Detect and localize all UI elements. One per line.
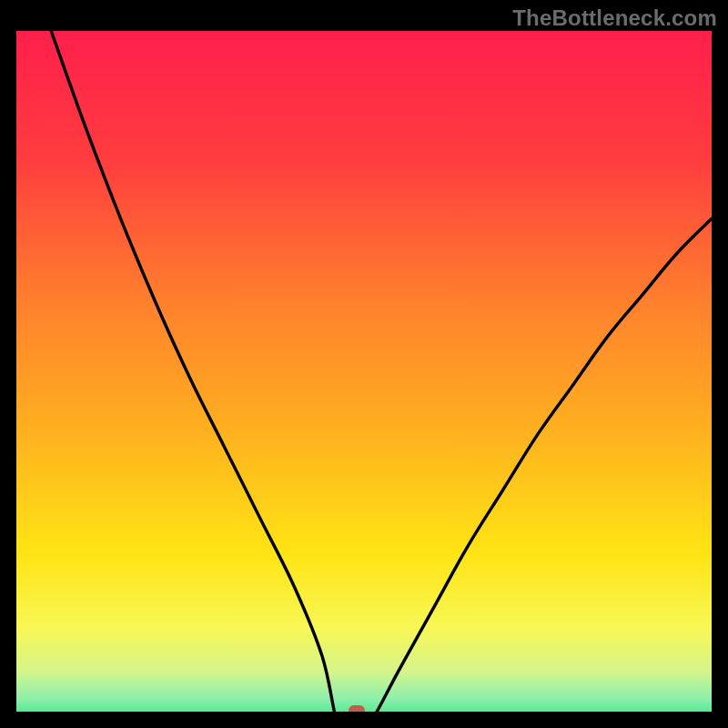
bottleneck-curve — [16, 31, 712, 712]
plot-area — [16, 31, 712, 712]
watermark-text: TheBottleneck.com — [512, 5, 717, 31]
optimal-point-marker — [349, 705, 365, 712]
chart-frame: TheBottleneck.com — [0, 0, 728, 728]
